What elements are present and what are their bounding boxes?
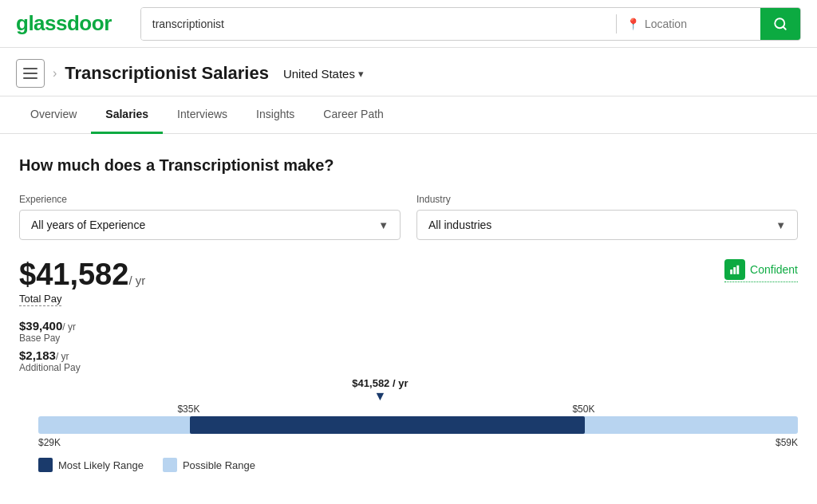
tab-interviews[interactable]: Interviews bbox=[163, 96, 242, 134]
legend-swatch-likely bbox=[38, 458, 53, 472]
industry-filter-group: Industry All industries ▼ bbox=[416, 194, 798, 240]
filters-row: Experience All years of Experience ▼ Ind… bbox=[19, 194, 798, 240]
industry-dropdown[interactable]: All industries ▼ bbox=[416, 210, 798, 240]
total-pay-label: Total Pay bbox=[19, 293, 61, 306]
base-pay-amount: $39,400/ yr bbox=[19, 319, 76, 333]
search-bar: 📍 bbox=[140, 7, 801, 41]
tab-salaries[interactable]: Salaries bbox=[91, 96, 163, 134]
chart-label-41k: $41,582 / yr ▼ bbox=[352, 377, 408, 404]
title-bar: › Transcriptionist Salaries United State… bbox=[0, 48, 817, 96]
location-icon: 📍 bbox=[626, 18, 640, 30]
salary-section: $41,582/ yr Total Pay Confident bbox=[19, 259, 798, 306]
experience-label: Experience bbox=[19, 194, 401, 205]
additional-pay-per-yr: / yr bbox=[56, 351, 69, 362]
salary-per-yr: / yr bbox=[128, 274, 145, 287]
legend-possible: Possible Range bbox=[163, 458, 255, 472]
experience-value: All years of Experience bbox=[31, 219, 145, 231]
salary-chart: $35K $41,582 / yr ▼ $50K $29K $59K Most … bbox=[19, 386, 798, 472]
chart-label-50k: $50K bbox=[572, 404, 594, 415]
chart-legend: Most Likely Range Possible Range bbox=[38, 458, 798, 472]
section-title: How much does a Transcriptionist make? bbox=[19, 156, 798, 175]
hamburger-line bbox=[23, 68, 37, 69]
industry-chevron-icon: ▼ bbox=[776, 219, 786, 231]
additional-pay-amount: $2,183/ yr bbox=[19, 348, 69, 362]
country-name: United States bbox=[283, 67, 355, 81]
header: glassdoor 📍 bbox=[0, 0, 817, 48]
search-icon bbox=[773, 17, 787, 31]
page-title: Transcriptionist Salaries bbox=[65, 63, 269, 84]
pay-breakdown: $39,400/ yr Base Pay $2,183/ yr Addition… bbox=[19, 319, 798, 373]
glassdoor-logo: glassdoor bbox=[16, 11, 112, 36]
confident-badge[interactable]: Confident bbox=[724, 259, 798, 282]
legend-likely: Most Likely Range bbox=[38, 458, 144, 472]
location-input[interactable] bbox=[645, 18, 740, 30]
industry-value: All industries bbox=[428, 219, 491, 231]
tab-insights[interactable]: Insights bbox=[242, 96, 309, 134]
base-pay-per-yr: / yr bbox=[62, 321, 76, 333]
confident-icon bbox=[724, 259, 745, 280]
tab-career-path[interactable]: Career Path bbox=[309, 96, 397, 134]
chart-arrow-down-icon: ▼ bbox=[374, 389, 387, 404]
hamburger-button[interactable] bbox=[16, 59, 45, 88]
hamburger-line bbox=[23, 77, 37, 79]
nav-tabs: Overview Salaries Interviews Insights Ca… bbox=[0, 96, 817, 134]
svg-rect-2 bbox=[730, 270, 732, 274]
additional-pay-item: $2,183/ yr Additional Pay bbox=[19, 348, 798, 373]
industry-label: Industry bbox=[416, 194, 798, 205]
chart-range-labels: $29K $59K bbox=[38, 437, 798, 448]
country-selector[interactable]: United States ▾ bbox=[283, 67, 364, 81]
additional-pay-label: Additional Pay bbox=[19, 362, 798, 373]
salary-left: $41,582/ yr Total Pay bbox=[19, 259, 145, 306]
experience-filter-group: Experience All years of Experience ▼ bbox=[19, 194, 401, 240]
country-chevron-icon: ▾ bbox=[358, 68, 364, 80]
svg-line-1 bbox=[783, 26, 785, 29]
location-wrap: 📍 bbox=[617, 8, 760, 40]
hamburger-line bbox=[23, 73, 37, 74]
chart-bar-container bbox=[38, 416, 798, 434]
breadcrumb-chevron: › bbox=[53, 66, 57, 81]
legend-possible-label: Possible Range bbox=[183, 459, 255, 471]
legend-swatch-possible bbox=[163, 458, 177, 472]
bar-chart-icon bbox=[729, 264, 740, 275]
experience-dropdown[interactable]: All years of Experience ▼ bbox=[19, 210, 401, 240]
svg-rect-3 bbox=[733, 267, 736, 274]
tab-overview[interactable]: Overview bbox=[16, 96, 91, 134]
experience-chevron-icon: ▼ bbox=[378, 219, 389, 231]
chart-range-high: $59K bbox=[776, 437, 798, 448]
search-input[interactable] bbox=[141, 8, 616, 40]
chart-labels-top: $35K $41,582 / yr ▼ $50K bbox=[38, 386, 798, 415]
chart-range-low: $29K bbox=[38, 437, 61, 448]
base-pay-label: Base Pay bbox=[19, 333, 798, 344]
legend-likely-label: Most Likely Range bbox=[58, 459, 144, 471]
salary-main-amount: $41,582/ yr bbox=[19, 259, 145, 289]
confident-label: Confident bbox=[750, 263, 798, 276]
base-pay-item: $39,400/ yr Base Pay bbox=[19, 319, 798, 344]
chart-label-35k: $35K bbox=[177, 404, 199, 415]
search-button[interactable] bbox=[760, 8, 800, 40]
svg-rect-4 bbox=[736, 266, 739, 274]
chart-bar-likely bbox=[190, 416, 585, 434]
main-content: How much does a Transcriptionist make? E… bbox=[0, 134, 817, 488]
